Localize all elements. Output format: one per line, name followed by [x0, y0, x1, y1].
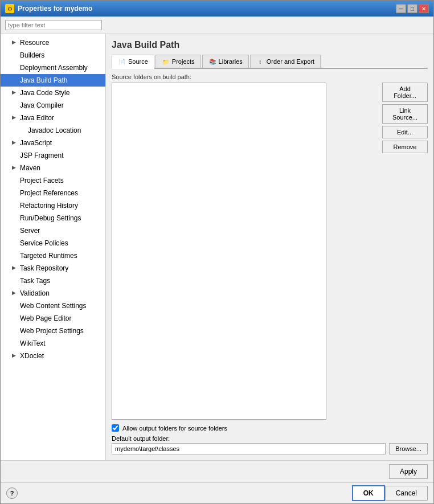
sidebar-item-label-project-facets: Project Facets [20, 175, 64, 186]
browse-button[interactable]: Browse... [389, 443, 428, 454]
tab-projects-label: Projects [172, 58, 195, 65]
sidebar-item-wikitext[interactable]: WikiText [1, 337, 105, 350]
filter-bar [1, 17, 433, 34]
footer-bar: ? OK Cancel [1, 482, 433, 503]
order-export-tab-icon: ↕ [256, 58, 264, 65]
properties-window: ⚙ Properties for mydemo ─ □ ✕ ▶ResourceB… [0, 0, 434, 504]
allow-output-folders-checkbox[interactable] [112, 424, 119, 432]
source-label: Source folders on build path: [112, 73, 428, 80]
add-folder-button[interactable]: Add Folder... [382, 83, 428, 102]
cancel-button[interactable]: Cancel [385, 486, 428, 501]
tab-projects[interactable]: 📁 Projects [155, 55, 201, 68]
tab-bar: 📄 Source 📁 Projects 📚 Libraries ↕ Order … [112, 55, 428, 69]
sidebar-item-jsp-fragment[interactable]: JSP Fragment [1, 149, 105, 162]
sidebar-item-label-web-content-settings: Web Content Settings [20, 301, 87, 311]
sidebar-item-label-java-build-path: Java Build Path [20, 75, 67, 85]
sidebar-item-server[interactable]: Server [1, 224, 105, 237]
sidebar-item-label-xdoclet: XDoclet [20, 351, 44, 361]
sidebar-item-label-jsp-fragment: JSP Fragment [20, 150, 63, 161]
filter-input[interactable] [5, 20, 102, 30]
sidebar-item-label-java-editor: Java Editor [20, 113, 54, 123]
sidebar-item-project-references[interactable]: Project References [1, 187, 105, 199]
sidebar-item-run-debug-settings[interactable]: Run/Debug Settings [1, 212, 105, 224]
ok-button[interactable]: OK [352, 485, 385, 501]
tab-source[interactable]: 📄 Source [112, 55, 154, 69]
sidebar-item-label-task-tags: Task Tags [20, 276, 50, 286]
title-bar-buttons: ─ □ ✕ [396, 4, 429, 13]
sidebar-item-task-tags[interactable]: Task Tags [1, 274, 105, 287]
sidebar-item-label-web-page-editor: Web Page Editor [20, 313, 72, 323]
tab-source-label: Source [128, 58, 148, 65]
close-button[interactable]: ✕ [419, 4, 429, 13]
allow-output-folders-label: Allow output folders for source folders [122, 425, 227, 432]
sidebar-item-label-run-debug-settings: Run/Debug Settings [20, 213, 81, 223]
sidebar-item-maven[interactable]: ▶Maven [1, 162, 105, 174]
apply-bar: Apply [1, 460, 433, 482]
sidebar-item-label-maven: Maven [20, 163, 40, 173]
main-content: ▶ResourceBuildersDeployment AssemblyJava… [1, 34, 433, 460]
sidebar-item-label-targeted-runtimes: Targeted Runtimes [20, 251, 77, 261]
checkbox-row: Allow output folders for source folders [112, 424, 428, 432]
tab-libraries[interactable]: 📚 Libraries [202, 55, 249, 68]
window-title: Properties for mydemo [18, 5, 92, 13]
sidebar-item-refactoring-history[interactable]: Refactoring History [1, 199, 105, 212]
minimize-button[interactable]: ─ [396, 4, 406, 13]
sidebar-item-web-content-settings[interactable]: Web Content Settings [1, 300, 105, 312]
sidebar-item-deployment-assembly[interactable]: Deployment Assembly [1, 62, 105, 74]
source-tab-icon: 📄 [118, 58, 126, 65]
help-button[interactable]: ? [6, 487, 18, 499]
sidebar-item-web-page-editor[interactable]: Web Page Editor [1, 312, 105, 325]
sidebar-item-task-repository[interactable]: ▶Task Repository [1, 262, 105, 274]
sidebar: ▶ResourceBuildersDeployment AssemblyJava… [1, 34, 106, 460]
sidebar-item-javascript[interactable]: ▶JavaScript [1, 137, 105, 149]
sidebar-item-project-facets[interactable]: Project Facets [1, 174, 105, 187]
action-buttons: Add Folder... Link Source... Edit... Rem… [382, 83, 428, 420]
sidebar-item-label-web-project-settings: Web Project Settings [20, 326, 84, 336]
sidebar-item-label-project-references: Project References [20, 188, 78, 198]
default-output-label: Default output folder: [112, 435, 428, 442]
sidebar-item-label-server: Server [20, 226, 40, 236]
projects-tab-icon: 📁 [162, 58, 170, 65]
right-panel: Java Build Path 📄 Source 📁 Projects 📚 Li… [106, 34, 433, 460]
sidebar-item-label-wikitext: WikiText [20, 338, 46, 349]
sidebar-item-java-editor[interactable]: ▶Java Editor [1, 112, 105, 124]
libraries-tab-icon: 📚 [208, 58, 216, 65]
output-row: Browse... [112, 443, 428, 454]
default-output-input[interactable] [112, 443, 386, 454]
sidebar-item-label-javadoc-location: Javadoc Location [28, 125, 81, 136]
sidebar-item-label-service-policies: Service Policies [20, 238, 68, 248]
sidebar-item-java-build-path[interactable]: Java Build Path [1, 74, 105, 87]
sidebar-item-label-resource: Resource [20, 38, 49, 48]
panel-title: Java Build Path [112, 40, 428, 50]
source-tree[interactable] [112, 83, 326, 420]
sidebar-item-java-code-style[interactable]: ▶Java Code Style [1, 87, 105, 99]
sidebar-item-targeted-runtimes[interactable]: Targeted Runtimes [1, 249, 105, 262]
sidebar-item-label-refactoring-history: Refactoring History [20, 200, 78, 211]
tree-buttons-area: Add Folder... Link Source... Edit... Rem… [112, 83, 428, 420]
sidebar-item-label-javascript: JavaScript [20, 138, 52, 148]
title-bar-left: ⚙ Properties for mydemo [5, 4, 92, 13]
sidebar-item-builders[interactable]: Builders [1, 49, 105, 62]
sidebar-item-web-project-settings[interactable]: Web Project Settings [1, 325, 105, 337]
window-icon: ⚙ [5, 4, 14, 13]
sidebar-item-label-builders: Builders [20, 50, 44, 60]
link-source-button[interactable]: Link Source... [382, 104, 428, 124]
tab-order-export[interactable]: ↕ Order and Export [250, 55, 321, 68]
sidebar-item-label-java-compiler: Java Compiler [20, 100, 64, 110]
apply-button[interactable]: Apply [389, 464, 428, 479]
remove-button[interactable]: Remove [382, 141, 428, 153]
title-bar: ⚙ Properties for mydemo ─ □ ✕ [1, 1, 433, 17]
sidebar-item-resource[interactable]: ▶Resource [1, 36, 105, 49]
sidebar-item-label-deployment-assembly: Deployment Assembly [20, 63, 88, 73]
sidebar-item-label-validation: Validation [20, 288, 50, 298]
edit-button[interactable]: Edit... [382, 126, 428, 138]
maximize-button[interactable]: □ [407, 4, 417, 13]
tree-wrapper [112, 83, 378, 420]
sidebar-item-validation[interactable]: ▶Validation [1, 287, 105, 300]
sidebar-item-java-compiler[interactable]: Java Compiler [1, 99, 105, 112]
sidebar-item-service-policies[interactable]: Service Policies [1, 237, 105, 249]
sidebar-item-javadoc-location[interactable]: Javadoc Location [1, 124, 105, 137]
sidebar-item-xdoclet[interactable]: ▶XDoclet [1, 350, 105, 362]
tab-libraries-label: Libraries [219, 58, 243, 65]
sidebar-item-label-task-repository: Task Repository [20, 263, 68, 273]
